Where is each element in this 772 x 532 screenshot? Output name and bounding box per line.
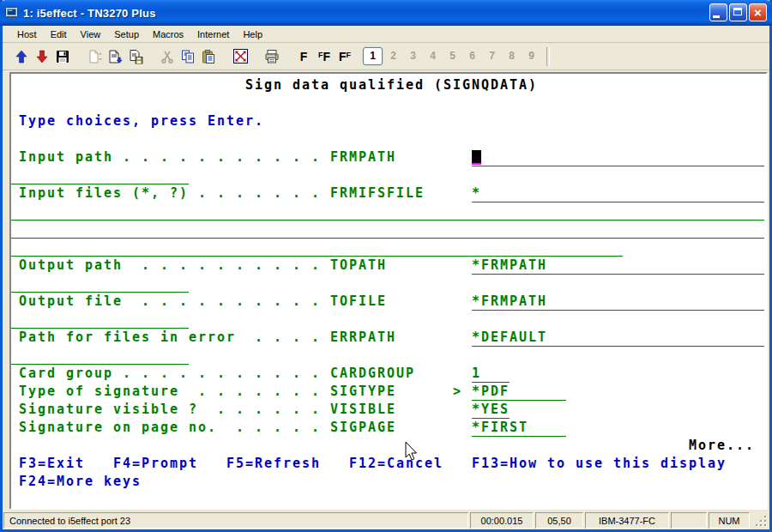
application-icon — [5, 6, 19, 20]
keyword-frmpath: FRMPATH — [330, 148, 396, 166]
label-input-files: Input files (*, ?) . . . . . . . — [19, 184, 321, 203]
value-sigtype: *PDF — [472, 383, 510, 401]
session-button-1[interactable]: 1 — [363, 47, 383, 65]
terminal-type: IBM-3477-FC — [585, 512, 669, 529]
session-button-6[interactable]: 6 — [463, 48, 481, 64]
save-icon[interactable] — [52, 46, 73, 67]
menu-host[interactable]: Host — [10, 27, 44, 41]
minimize-icon — [713, 15, 720, 18]
menu-internet[interactable]: Internet — [190, 27, 236, 41]
terminal-frame: Sign data qualified (SIGNQDATA)Type choi… — [9, 72, 768, 510]
font-larger-button[interactable]: FF — [314, 49, 335, 64]
copy-icon[interactable] — [178, 46, 198, 67]
keyword-frmifsfile: FRMIFSFILE — [330, 184, 425, 203]
terminal-cursor — [472, 150, 481, 163]
save-screen-icon[interactable] — [125, 46, 146, 67]
label-signature-visible: Signature visible ? . . . . . . — [19, 401, 321, 419]
keyword-sigtype: SIGTYPE — [330, 383, 396, 401]
cut-icon[interactable] — [157, 46, 178, 67]
close-icon: × — [750, 4, 766, 21]
session-button-4[interactable]: 4 — [424, 48, 442, 64]
maximize-icon — [733, 8, 742, 15]
status-bar: Connected to i5effect port 23 00:00.015 … — [3, 511, 769, 529]
keyword-topath: TOPATH — [330, 257, 387, 275]
function-key-legend-2: F24=More keys — [19, 473, 142, 491]
terminal-screen[interactable]: Sign data qualified (SIGNQDATA)Type choi… — [11, 74, 766, 508]
keyword-tofile: TOFILE — [330, 293, 387, 311]
menu-help[interactable]: Help — [236, 27, 269, 41]
file-receive-icon[interactable] — [105, 46, 125, 67]
label-input-path: Input path . . . . . . . . . . . — [19, 148, 321, 166]
value-errpath: *DEFAULT — [472, 329, 547, 347]
keyword-errpath: ERRPATH — [330, 329, 396, 347]
maximize-button[interactable] — [729, 3, 747, 21]
keyword-cardgroup: CARDGROUP — [330, 365, 415, 383]
font-select-button[interactable]: F — [293, 49, 314, 64]
label-output-file: Output file . . . . . . . . . . — [19, 293, 321, 311]
up-arrow-icon[interactable] — [11, 46, 32, 67]
cursor-position: 05,50 — [535, 512, 583, 529]
connection-status: Connected to i5effect port 23 — [3, 512, 468, 529]
response-time: 00:00.015 — [470, 512, 534, 529]
field-frmpath[interactable] — [472, 148, 764, 166]
menu-setup[interactable]: Setup — [107, 27, 146, 41]
session-button-3[interactable]: 3 — [404, 48, 422, 64]
down-arrow-icon[interactable] — [32, 46, 52, 67]
label-card-group: Card group . . . . . . . . . . . — [19, 365, 321, 383]
session-button-7[interactable]: 7 — [483, 48, 501, 64]
session-button-9[interactable]: 9 — [522, 48, 540, 64]
value-cardgroup: 1 — [472, 365, 481, 383]
value-topath: *FRMPATH — [472, 257, 547, 275]
menu-macros[interactable]: Macros — [146, 27, 190, 41]
field-frmifsfile-continuation-3[interactable] — [11, 239, 623, 257]
paste-icon[interactable] — [198, 46, 219, 67]
label-signature-type: Type of signature . . . . . . . — [19, 383, 321, 401]
label-signature-page: Signature on page no. . . . . . — [19, 419, 321, 437]
resize-grip[interactable] — [751, 512, 769, 529]
session-button-2[interactable]: 2 — [384, 48, 402, 64]
menu-view[interactable]: View — [74, 27, 108, 41]
label-output-path: Output path . . . . . . . . . . — [19, 257, 321, 275]
field-frmifsfile-continuation-2[interactable] — [11, 221, 764, 239]
menu-bar: Host Edit View Setup Macros Internet Hel… — [3, 26, 769, 43]
status-spare-cell — [671, 512, 707, 529]
more-indicator: More... — [689, 437, 755, 455]
toolbar: F FF FF 1 2 3 4 5 6 7 8 9 — [3, 43, 769, 70]
value-sigpage: *FIRST — [472, 419, 528, 437]
font-smaller-button[interactable]: FF — [335, 49, 355, 64]
keyword-visible: VISIBLE — [330, 401, 396, 419]
field-frmifsfile[interactable] — [472, 184, 764, 203]
center-screen-icon[interactable] — [230, 46, 250, 67]
toolbar-separator — [546, 47, 550, 66]
minimize-button[interactable] — [709, 3, 727, 21]
session-button-5[interactable]: 5 — [443, 48, 461, 64]
function-key-legend: F3=Exit F4=Prompt F5=Refresh F12=Cancel … — [19, 455, 727, 473]
print-icon[interactable] — [262, 46, 282, 67]
instruction-line: Type choices, press Enter. — [19, 112, 264, 130]
value-frmifsfile: * — [472, 184, 481, 203]
field-topath-continuation[interactable] — [11, 275, 189, 293]
screen-title: Sign data qualified (SIGNQDATA) — [245, 76, 538, 94]
close-button[interactable]: × — [749, 3, 767, 21]
field-frmifsfile-continuation-1[interactable] — [11, 203, 764, 221]
value-visible: *YES — [472, 401, 510, 419]
changed-value-indicator: > — [453, 383, 462, 401]
menu-edit[interactable]: Edit — [44, 27, 74, 41]
keyword-sigpage: SIGPAGE — [330, 419, 396, 437]
field-tofile-continuation[interactable] — [11, 311, 189, 329]
field-errpath-continuation[interactable] — [11, 347, 189, 365]
window-title: 1: i5effect - TN3270 Plus — [23, 7, 156, 20]
file-transfer-icon[interactable] — [84, 46, 105, 67]
title-bar[interactable]: 1: i5effect - TN3270 Plus × — [0, 0, 772, 26]
field-frmpath-continuation[interactable] — [11, 166, 189, 184]
session-button-8[interactable]: 8 — [503, 48, 521, 64]
application-window: 1: i5effect - TN3270 Plus × Host Edit Vi… — [0, 0, 772, 532]
num-lock-indicator: NUM — [709, 512, 750, 529]
label-error-path: Path for files in error . . . . — [19, 329, 321, 347]
value-tofile: *FRMPATH — [472, 293, 547, 311]
